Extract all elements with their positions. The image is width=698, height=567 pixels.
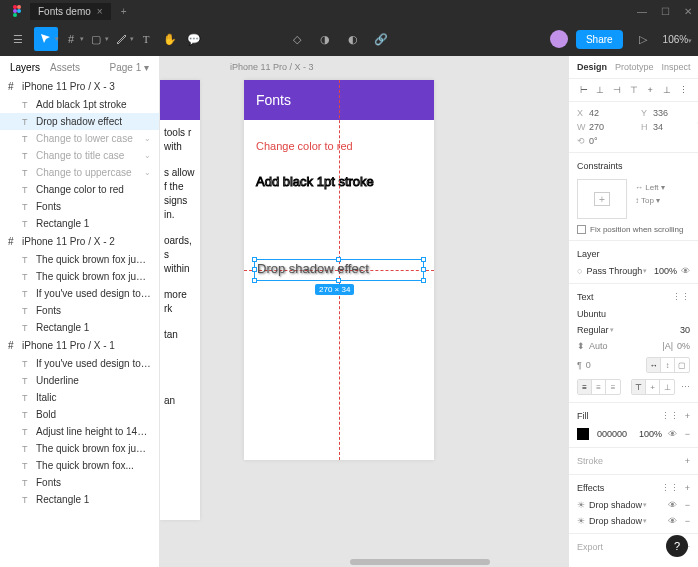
layer-row[interactable]: TChange to title case⌄ bbox=[0, 147, 159, 164]
align-hcenter-icon[interactable]: ⊥ bbox=[594, 83, 608, 97]
layer-row[interactable]: TAdd black 1pt stroke bbox=[0, 96, 159, 113]
layer-row[interactable]: TFonts bbox=[0, 302, 159, 319]
mask-icon[interactable]: ◑ bbox=[313, 27, 337, 51]
remove-effect-icon[interactable]: − bbox=[685, 516, 690, 526]
font-size[interactable]: 30 bbox=[680, 325, 690, 335]
effect-1[interactable]: Drop shadow bbox=[589, 500, 642, 510]
layer-row[interactable]: TUnderline bbox=[0, 372, 159, 389]
present-icon[interactable]: ▷ bbox=[631, 27, 655, 51]
page-selector[interactable]: Page 1 ▾ bbox=[110, 62, 149, 73]
canvas[interactable]: iPhone 11 Pro / X - 3 tools r with s all… bbox=[160, 56, 568, 567]
fix-position-checkbox[interactable]: Fix position when scrolling bbox=[569, 223, 698, 236]
selection-box[interactable]: Drop shadow effect bbox=[254, 259, 424, 281]
layer-row[interactable]: TThe quick brown fox jumped.... bbox=[0, 251, 159, 268]
frame-row[interactable]: #iPhone 11 Pro / X - 1 bbox=[0, 336, 159, 355]
layer-row[interactable]: TThe quick brown fox jumped.... bbox=[0, 268, 159, 285]
layer-row[interactable]: TRectangle 1 bbox=[0, 215, 159, 232]
breadcrumb[interactable]: iPhone 11 Pro / X - 3 bbox=[230, 62, 314, 72]
line-height[interactable]: Auto bbox=[589, 341, 608, 351]
help-button[interactable]: ? bbox=[666, 535, 688, 557]
y-input[interactable]: 336 bbox=[653, 108, 689, 118]
layer-row[interactable]: TIf you've used design tools be... bbox=[0, 355, 159, 372]
comment-tool[interactable]: 💬 bbox=[182, 27, 206, 51]
minimize-icon[interactable]: — bbox=[637, 6, 647, 17]
horizontal-scrollbar[interactable] bbox=[350, 559, 490, 565]
effect-2[interactable]: Drop shadow bbox=[589, 516, 642, 526]
text-align-v[interactable]: ⊤+⊥ bbox=[631, 379, 675, 395]
avatar[interactable] bbox=[550, 30, 568, 48]
eye-icon[interactable]: 👁 bbox=[668, 429, 677, 439]
effects-style-icon[interactable]: ⋮⋮ bbox=[661, 483, 679, 493]
align-vcenter-icon[interactable]: + bbox=[643, 83, 657, 97]
eye-icon[interactable]: 👁 bbox=[681, 266, 690, 276]
remove-fill-icon[interactable]: − bbox=[685, 429, 690, 439]
text-style-icon[interactable]: ⋮⋮ bbox=[672, 292, 690, 302]
layer-row[interactable]: TIf you've used design tools be... bbox=[0, 285, 159, 302]
file-tab[interactable]: Fonts demo × bbox=[30, 3, 111, 20]
resize-mode[interactable]: ↔↕▢ bbox=[646, 357, 690, 373]
blend-mode[interactable]: Pass Through bbox=[586, 266, 642, 276]
constraint-h[interactable]: ↔ Left ▾ bbox=[635, 183, 665, 192]
text-align-h[interactable]: ≡≡≡ bbox=[577, 379, 621, 395]
font-weight[interactable]: Regular bbox=[577, 325, 609, 335]
layer-row[interactable]: TItalic bbox=[0, 389, 159, 406]
eye-icon[interactable]: 👁 bbox=[668, 516, 677, 526]
frame-row[interactable]: #iPhone 11 Pro / X - 3 bbox=[0, 77, 159, 96]
effect-settings-icon[interactable]: ☀ bbox=[577, 516, 585, 526]
h-input[interactable]: 34 bbox=[653, 122, 689, 132]
w-input[interactable]: 270 bbox=[589, 122, 625, 132]
align-right-icon[interactable]: ⊣ bbox=[610, 83, 624, 97]
layer-row[interactable]: TRectangle 1 bbox=[0, 491, 159, 508]
hand-tool[interactable]: ✋ bbox=[158, 27, 182, 51]
layer-row[interactable]: TThe quick brown fox jumped.... bbox=[0, 440, 159, 457]
constraint-widget[interactable]: + bbox=[577, 179, 627, 219]
eye-icon[interactable]: 👁 bbox=[668, 500, 677, 510]
add-fill-icon[interactable]: + bbox=[685, 411, 690, 421]
layer-row[interactable]: TChange to lower case⌄ bbox=[0, 130, 159, 147]
tab-inspect[interactable]: Inspect bbox=[662, 62, 691, 72]
tab-assets[interactable]: Assets bbox=[50, 62, 80, 73]
font-family[interactable]: Ubuntu bbox=[577, 309, 606, 319]
type-settings-icon[interactable]: ⋯ bbox=[681, 382, 690, 392]
close-tab-icon[interactable]: × bbox=[97, 6, 103, 17]
align-top-icon[interactable]: ⊤ bbox=[627, 83, 641, 97]
shadow-text-layer[interactable]: Drop shadow effect bbox=[255, 260, 423, 277]
layer-row[interactable]: TChange to uppercase⌄ bbox=[0, 164, 159, 181]
letter-spacing[interactable]: 0% bbox=[677, 341, 690, 351]
layer-row[interactable]: TFonts bbox=[0, 198, 159, 215]
add-effect-icon[interactable]: + bbox=[685, 483, 690, 493]
layer-row[interactable]: TRectangle 1 bbox=[0, 319, 159, 336]
maximize-icon[interactable]: ☐ bbox=[661, 6, 670, 17]
layer-row[interactable]: TThe quick brown fox... bbox=[0, 457, 159, 474]
layer-row[interactable]: TBold bbox=[0, 406, 159, 423]
align-bottom-icon[interactable]: ⊥ bbox=[660, 83, 674, 97]
share-button[interactable]: Share bbox=[576, 30, 623, 49]
text-tool[interactable]: T bbox=[134, 27, 158, 51]
add-stroke-icon[interactable]: + bbox=[685, 456, 690, 466]
x-input[interactable]: 42 bbox=[589, 108, 625, 118]
rotation-input[interactable]: 0° bbox=[589, 136, 625, 146]
layer-opacity[interactable]: 100% bbox=[654, 266, 677, 276]
fill-style-icon[interactable]: ⋮⋮ bbox=[661, 411, 679, 421]
link-icon[interactable]: 🔗 bbox=[369, 27, 393, 51]
close-window-icon[interactable]: ✕ bbox=[684, 6, 692, 17]
tab-prototype[interactable]: Prototype bbox=[615, 62, 654, 72]
fill-hex[interactable]: 000000 bbox=[597, 429, 627, 439]
tab-design[interactable]: Design bbox=[577, 62, 607, 72]
frame-row[interactable]: #iPhone 11 Pro / X - 2 bbox=[0, 232, 159, 251]
new-tab-button[interactable]: + bbox=[115, 6, 133, 17]
layer-row[interactable]: TDrop shadow effect bbox=[0, 113, 159, 130]
fill-opacity[interactable]: 100% bbox=[639, 429, 662, 439]
tab-layers[interactable]: Layers bbox=[10, 62, 40, 73]
remove-effect-icon[interactable]: − bbox=[685, 500, 690, 510]
component-icon[interactable]: ◇ bbox=[285, 27, 309, 51]
fill-swatch[interactable] bbox=[577, 428, 589, 440]
layer-row[interactable]: TChange color to red bbox=[0, 181, 159, 198]
layer-row[interactable]: TAdjust line height to 140% an... bbox=[0, 423, 159, 440]
align-left-icon[interactable]: 󠀠⊢ bbox=[577, 83, 591, 97]
boolean-icon[interactable]: ◐ bbox=[341, 27, 365, 51]
distribute-icon[interactable]: ⋮ bbox=[676, 83, 690, 97]
effect-settings-icon[interactable]: ☀ bbox=[577, 500, 585, 510]
menu-icon[interactable]: ☰ bbox=[6, 27, 30, 51]
constraint-v[interactable]: ↕ Top ▾ bbox=[635, 196, 665, 205]
